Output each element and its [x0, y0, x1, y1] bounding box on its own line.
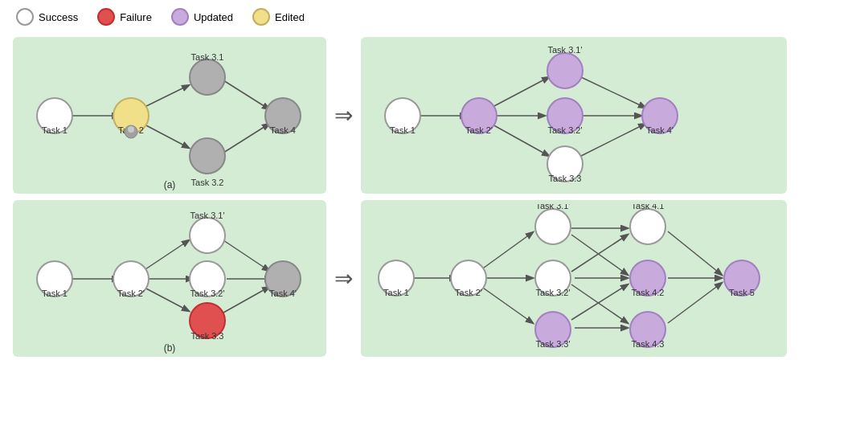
- svg-line-1: [143, 85, 189, 108]
- svg-line-3: [223, 80, 269, 109]
- svg-text:Task 1: Task 1: [390, 125, 416, 135]
- success-icon: [16, 8, 34, 26]
- diagram-b-left: Task 1 Task 2' Task 3.1' Task 3.2' Task …: [13, 200, 326, 357]
- legend-failure-label: Failure: [120, 11, 152, 23]
- svg-text:Task 2': Task 2': [465, 125, 493, 135]
- svg-point-10: [128, 126, 134, 133]
- legend-updated-label: Updated: [194, 11, 233, 23]
- svg-line-37: [143, 240, 189, 271]
- diagram-a-left: Task 1 Task 2 Task 3.1 Task 3.2 Task 4 (…: [13, 37, 326, 194]
- svg-line-2: [143, 124, 189, 148]
- main-content: Task 1 Task 2 Task 3.1 Task 3.2 Task 4 (…: [0, 34, 868, 363]
- svg-line-23: [581, 124, 645, 156]
- svg-line-20: [491, 124, 549, 156]
- arrow-a: ⇒: [334, 102, 353, 129]
- svg-text:Task 5: Task 5: [729, 288, 755, 297]
- svg-text:Task 3.2': Task 3.2': [535, 288, 570, 297]
- svg-text:Task 4.1: Task 4.1: [632, 204, 665, 211]
- updated-icon: [171, 8, 189, 26]
- legend-success-label: Success: [39, 11, 78, 23]
- legend-edited: Edited: [252, 8, 305, 26]
- svg-text:Task 3.2: Task 3.2: [191, 178, 224, 186]
- label-a: (a): [164, 179, 176, 190]
- legend-updated: Updated: [171, 8, 233, 26]
- row-a: Task 1 Task 2 Task 3.1 Task 3.2 Task 4 (…: [13, 37, 855, 194]
- svg-text:Task 3.2': Task 3.2': [190, 289, 224, 298]
- legend: Success Failure Updated Edited: [0, 0, 868, 34]
- svg-text:Task 2': Task 2': [117, 289, 145, 298]
- svg-line-42: [223, 287, 269, 313]
- svg-text:Task 3.3': Task 3.3': [535, 339, 570, 349]
- svg-line-68: [668, 283, 722, 323]
- svg-point-47: [190, 218, 225, 253]
- svg-line-4: [223, 124, 269, 153]
- svg-line-21: [581, 77, 645, 108]
- svg-text:Task 3.3: Task 3.3: [549, 174, 582, 183]
- svg-text:Task 3.1: Task 3.1: [191, 52, 224, 62]
- svg-text:Task 3.3: Task 3.3: [191, 331, 224, 341]
- label-b: (b): [164, 342, 176, 354]
- failure-icon: [97, 8, 115, 26]
- svg-text:Task 4': Task 4': [269, 289, 297, 298]
- svg-point-79: [630, 209, 665, 244]
- svg-text:Task 3.2': Task 3.2': [547, 125, 582, 135]
- svg-text:Task 4.2: Task 4.2: [632, 288, 665, 297]
- svg-line-18: [491, 77, 549, 108]
- svg-text:Task 4: Task 4: [270, 125, 296, 135]
- svg-line-40: [223, 240, 269, 271]
- svg-line-66: [668, 231, 722, 275]
- diagram-a-right: Task 1 Task 2' Task 3.1' Task 3.2' Task …: [361, 37, 787, 194]
- svg-text:Task 1: Task 1: [383, 288, 409, 297]
- svg-point-73: [535, 209, 571, 244]
- arrow-b: ⇒: [334, 265, 353, 292]
- row-b: Task 1 Task 2' Task 3.1' Task 3.2' Task …: [13, 200, 855, 357]
- svg-text:Task 4': Task 4': [646, 125, 674, 135]
- legend-failure: Failure: [97, 8, 152, 26]
- svg-text:Task 3.1': Task 3.1': [535, 204, 570, 211]
- svg-line-58: [481, 286, 533, 323]
- svg-line-56: [481, 232, 533, 270]
- legend-edited-label: Edited: [275, 11, 305, 23]
- edited-icon: [252, 8, 270, 26]
- svg-point-11: [190, 59, 225, 95]
- svg-point-13: [190, 138, 225, 174]
- svg-text:Task 3.1': Task 3.1': [190, 211, 224, 220]
- svg-text:Task 1: Task 1: [42, 125, 68, 135]
- diagram-b-right: Task 1 Task 2' Task 3.1' Task 3.2' Task …: [361, 200, 787, 357]
- legend-success: Success: [16, 8, 78, 26]
- svg-line-39: [143, 287, 189, 311]
- svg-text:Task 3.1': Task 3.1': [547, 45, 582, 55]
- svg-point-28: [547, 53, 583, 88]
- svg-text:Task 1: Task 1: [42, 289, 68, 298]
- svg-text:Task 2': Task 2': [455, 288, 482, 297]
- svg-text:Task 4.3: Task 4.3: [632, 339, 665, 349]
